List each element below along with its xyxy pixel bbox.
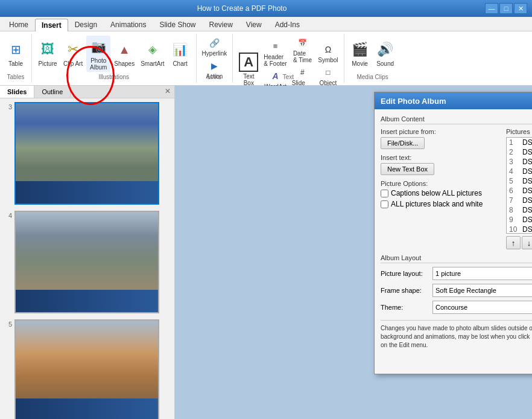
tab-insert[interactable]: Insert xyxy=(35,19,68,31)
chart-button[interactable]: 📊 Chart xyxy=(168,39,192,68)
title-bar-text: How to Create a PDF Photo xyxy=(0,4,484,13)
symbol-button[interactable]: Ω Symbol xyxy=(316,42,340,64)
blackwhite-label: ALL pictures black and white xyxy=(391,200,483,208)
picture-button[interactable]: 🖼 Picture xyxy=(36,39,60,68)
textbox-button[interactable]: A TextBox xyxy=(236,51,261,88)
ribbon-group-links: 🔗 Hyperlink ▶ Action Links xyxy=(197,34,233,83)
slide-number-3: 3 xyxy=(4,102,12,110)
insert-picture-label: Insert picture from: xyxy=(381,128,501,135)
file-disk-button[interactable]: File/Disk... xyxy=(381,137,425,149)
text-group-label: Text xyxy=(233,74,343,80)
minimize-button[interactable]: — xyxy=(485,3,498,14)
frame-shape-select[interactable]: Soft Edge Rectangle Rectangle Rounded Re… xyxy=(432,284,532,297)
theme-input[interactable] xyxy=(432,301,532,314)
dialog-body: Album Content Insert picture from: File/… xyxy=(375,109,532,374)
clipart-icon: ✂ xyxy=(63,40,83,59)
tab-slideshow[interactable]: Slide Show xyxy=(153,18,202,31)
outline-tab[interactable]: Outline xyxy=(34,86,71,98)
photoalbum-label: PhotoAlbum xyxy=(90,57,107,71)
picture-layout-select[interactable]: 1 picture 2 pictures 4 pictures Fit to s… xyxy=(432,267,532,280)
datetime-icon: 📅 xyxy=(295,36,309,50)
list-item[interactable]: 4DSC01673 xyxy=(507,167,532,176)
album-layout-header: Album Layout xyxy=(381,254,532,263)
tab-review[interactable]: Review xyxy=(202,18,239,31)
tables-group-label: Tables xyxy=(0,74,31,80)
list-item[interactable]: 9DSC02612 xyxy=(507,215,532,225)
hyperlink-button[interactable]: 🔗 Hyperlink xyxy=(200,35,229,57)
header-footer-button[interactable]: ≡ Header& Footer xyxy=(262,39,288,68)
tab-animations[interactable]: Animations xyxy=(104,18,153,31)
tab-design[interactable]: Design xyxy=(68,18,104,31)
sound-button[interactable]: 🔊 Sound xyxy=(373,39,397,68)
picture-layout-select-wrapper: 1 picture 2 pictures 4 pictures Fit to s… xyxy=(432,267,532,280)
blackwhite-checkbox-row: ALL pictures black and white xyxy=(381,200,501,208)
captions-label: Captions below ALL pictures xyxy=(391,189,482,197)
movie-icon: 🎬 xyxy=(350,40,370,59)
list-item[interactable]: 5DSC01797 xyxy=(507,176,532,186)
movie-button[interactable]: 🎬 Movie xyxy=(348,39,372,68)
move-down-button[interactable]: ↓ xyxy=(522,236,532,249)
header-footer-label: Header& Footer xyxy=(264,54,287,67)
photoalbum-button[interactable]: 📷 PhotoAlbum xyxy=(86,36,110,72)
close-button[interactable]: ✕ xyxy=(514,3,527,14)
smartart-icon: ◈ xyxy=(143,40,162,59)
pictures-list[interactable]: 1DSC01524 2DSC01545 3DSC01658 4DSC01673 … xyxy=(506,137,532,234)
slide-content-area: Edit Photo Album ? ✕ Album Content Inser… xyxy=(175,86,532,419)
dialog-title-bar: Edit Photo Album ? ✕ xyxy=(375,92,532,109)
sound-label: Sound xyxy=(376,60,394,67)
picture-options-label: Picture Options: xyxy=(381,180,501,187)
slide-item-5[interactable]: 5 xyxy=(2,318,172,419)
picture-label: Picture xyxy=(38,60,57,67)
list-item[interactable]: 1DSC01524 xyxy=(507,138,532,147)
album-content-header: Album Content xyxy=(381,115,532,124)
slides-tab[interactable]: Slides xyxy=(0,86,34,98)
album-content-main: Insert picture from: File/Disk... Insert… xyxy=(381,128,532,249)
dialog-title: Edit Photo Album xyxy=(381,97,446,106)
list-item[interactable]: 8DSC02580 xyxy=(507,205,532,215)
textbox-icon: A xyxy=(239,53,258,72)
frame-shape-row: Frame shape: Soft Edge Rectangle Rectang… xyxy=(381,284,532,297)
slides-panel: Slides Outline ✕ 3 4 xyxy=(0,86,175,419)
chart-icon: 📊 xyxy=(171,40,190,59)
list-item[interactable]: 6DSC02424 xyxy=(507,186,532,196)
list-item[interactable]: 2DSC01545 xyxy=(507,147,532,157)
movie-label: Movie xyxy=(352,60,368,67)
move-up-button[interactable]: ↑ xyxy=(506,236,521,249)
album-content-section: Album Content Insert picture from: File/… xyxy=(381,115,532,249)
tab-view[interactable]: View xyxy=(239,18,268,31)
chart-label: Chart xyxy=(173,60,187,67)
slide-item-3[interactable]: 3 xyxy=(2,101,172,206)
panel-close-button[interactable]: ✕ xyxy=(161,86,174,98)
captions-checkbox[interactable] xyxy=(381,190,388,197)
slides-list: 3 4 5 xyxy=(0,98,174,419)
table-button[interactable]: ⊞ Table xyxy=(4,39,28,68)
blackwhite-checkbox[interactable] xyxy=(381,200,388,208)
table-label: Table xyxy=(8,60,23,67)
slide-thumb-3[interactable] xyxy=(14,102,159,205)
theme-label: Theme: xyxy=(381,304,429,311)
table-icon: ⊞ xyxy=(6,40,25,59)
slide-thumb-5[interactable] xyxy=(14,319,159,419)
picture-icon: 🖼 xyxy=(38,40,57,59)
photoalbum-icon: 📷 xyxy=(89,37,108,56)
dialog-footer: Update Cancel xyxy=(381,354,532,368)
hyperlink-icon: 🔗 xyxy=(207,36,221,50)
tab-home[interactable]: Home xyxy=(2,18,35,31)
list-item[interactable]: 10DSC02650 xyxy=(507,225,532,234)
maximize-button[interactable]: □ xyxy=(499,3,513,14)
slide-item-4[interactable]: 4 xyxy=(2,210,172,315)
tab-addins[interactable]: Add-Ins xyxy=(268,18,306,31)
title-bar: How to Create a PDF Photo — □ ✕ xyxy=(0,0,532,17)
list-item[interactable]: 7DSC02451 xyxy=(507,196,532,205)
list-item[interactable]: 3DSC01658 xyxy=(507,157,532,167)
clipart-button[interactable]: ✂ Clip Art xyxy=(61,39,85,68)
frame-shape-label: Frame shape: xyxy=(381,287,429,294)
shapes-label: Shapes xyxy=(114,60,135,67)
shapes-button[interactable]: ▲ Shapes xyxy=(112,39,137,68)
slide-thumb-4[interactable] xyxy=(14,211,159,313)
smartart-button[interactable]: ◈ SmartArt xyxy=(138,39,166,68)
new-text-box-button[interactable]: New Text Box xyxy=(381,163,434,175)
symbol-label: Symbol xyxy=(318,57,338,63)
datetime-button[interactable]: 📅 Date& Time xyxy=(290,35,315,64)
ribbon-group-tables: ⊞ Table Tables xyxy=(0,34,32,83)
